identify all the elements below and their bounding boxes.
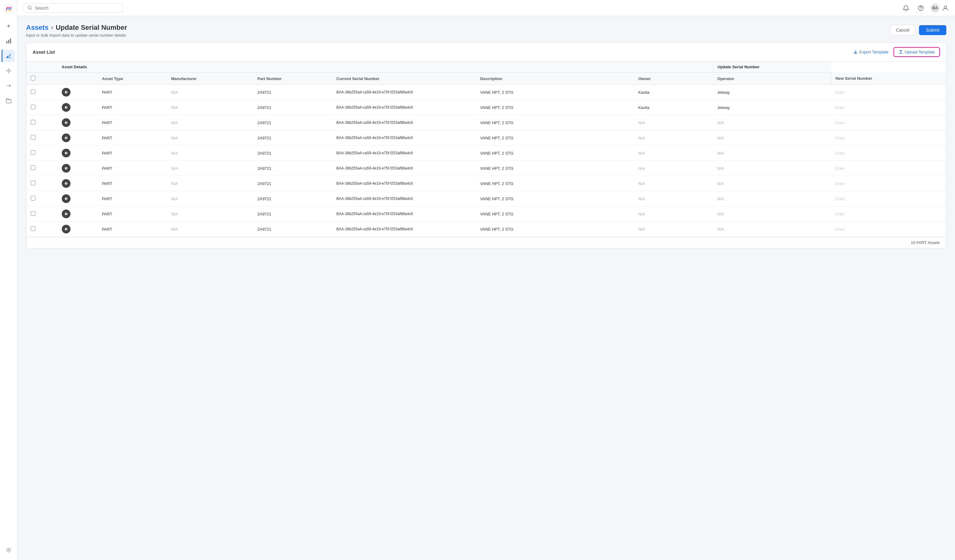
row-description: VANE HPT, 2 STG [476, 191, 634, 206]
breadcrumb-separator: › [51, 23, 53, 32]
row-current-serial: BAA-38b255a4-ca59-4e19-e75f-f253af88a4c6 [332, 130, 476, 145]
row-asset-type: PART [97, 130, 167, 145]
row-description: VANE HPT, 2 STG [476, 206, 634, 222]
row-operator: N/A [713, 161, 831, 176]
row-manufacturer: N/A [167, 85, 253, 100]
row-current-serial: BAA-38b255a4-ca59-4e19-e75f-f253af88a4c6 [332, 206, 476, 222]
th-select-all[interactable] [27, 73, 58, 85]
row-manufacturer: N/A [167, 100, 253, 115]
row-checkbox[interactable] [31, 135, 35, 140]
row-new-serial[interactable]: Enter [831, 85, 946, 100]
export-template-button[interactable]: Export Template [853, 50, 889, 54]
row-part-number: 2A9721 [253, 130, 332, 145]
search-input[interactable] [35, 6, 119, 11]
row-new-serial[interactable]: Enter [831, 115, 946, 130]
row-owner: N/A [634, 191, 713, 206]
row-checkbox[interactable] [31, 166, 35, 170]
table-wrapper: Asset Details Update Serial Number Asset… [27, 61, 946, 237]
th-manufacturer: Manufacturer [167, 73, 253, 85]
row-new-serial[interactable]: Enter [831, 145, 946, 161]
row-description: VANE HPT, 2 STG [476, 100, 634, 115]
row-checkbox[interactable] [31, 226, 35, 231]
sidebar-item-analytics[interactable] [3, 35, 15, 47]
row-operator: N/A [713, 222, 831, 237]
row-checkbox[interactable] [31, 211, 35, 216]
topbar-right: BA [901, 3, 949, 13]
download-icon [853, 50, 858, 54]
row-checkbox-cell[interactable] [27, 145, 58, 161]
sidebar-item-tools[interactable] [3, 64, 15, 77]
row-checkbox-cell[interactable] [27, 206, 58, 222]
app-logo[interactable] [4, 4, 14, 14]
avatar-initials: BA [931, 4, 939, 13]
help-icon[interactable] [916, 3, 926, 13]
row-type-icon-cell [58, 206, 98, 222]
row-checkbox-cell[interactable] [27, 191, 58, 206]
user-avatar-area[interactable]: BA [931, 4, 949, 13]
row-new-serial[interactable]: Enter [831, 206, 946, 222]
row-part-number: 2A9721 [253, 145, 332, 161]
row-checkbox[interactable] [31, 196, 35, 200]
row-owner: N/A [634, 206, 713, 222]
topbar: BA [17, 0, 955, 16]
table-col-headers: Asset Type Manufacturer Part Number Curr… [27, 73, 946, 85]
row-checkbox[interactable] [31, 89, 35, 94]
table-row: PART N/A 2A9721 BAA-38b255a4-ca59-4e19-e… [27, 191, 946, 206]
row-new-serial[interactable]: Enter [831, 222, 946, 237]
upload-template-button[interactable]: Upload Template [894, 47, 940, 57]
sidebar-item-settings[interactable] [3, 544, 15, 556]
asset-table: Asset Details Update Serial Number Asset… [27, 61, 946, 237]
page-title: Update Serial Number [56, 23, 127, 32]
row-part-number: 2A9721 [253, 161, 332, 176]
table-row: PART N/A 2A9721 BAA-38b255a4-ca59-4e19-e… [27, 176, 946, 191]
row-checkbox[interactable] [31, 105, 35, 109]
row-manufacturer: N/A [167, 176, 253, 191]
row-asset-type: PART [97, 115, 167, 130]
row-new-serial[interactable]: Enter [831, 176, 946, 191]
row-new-serial[interactable]: Enter [831, 161, 946, 176]
sidebar-item-add[interactable]: + [3, 20, 15, 32]
row-new-serial[interactable]: Enter [831, 100, 946, 115]
th-new-serial: New Serial Number [831, 73, 946, 85]
row-checkbox[interactable] [31, 181, 35, 185]
row-description: VANE HPT, 2 STG [476, 115, 634, 130]
page-subtitle: Input or bulk import data to update seri… [26, 33, 127, 38]
breadcrumb-assets-link[interactable]: Assets [26, 23, 49, 32]
svg-point-9 [921, 9, 921, 9]
row-checkbox-cell[interactable] [27, 115, 58, 130]
row-checkbox-cell[interactable] [27, 222, 58, 237]
submit-button[interactable]: Submit [919, 25, 946, 35]
notifications-icon[interactable] [901, 3, 911, 13]
sidebar-item-flights[interactable] [2, 50, 15, 62]
th-owner: Owner [634, 73, 713, 85]
row-part-number: 2A9721 [253, 85, 332, 100]
select-all-checkbox[interactable] [31, 76, 35, 80]
sidebar: + [0, 0, 17, 560]
upload-icon [899, 50, 903, 54]
row-new-serial[interactable]: Enter [831, 130, 946, 145]
part-type-icon [62, 194, 70, 203]
row-checkbox-cell[interactable] [27, 85, 58, 100]
table-row: PART N/A 2A9721 BAA-38b255a4-ca59-4e19-e… [27, 85, 946, 100]
row-current-serial: BAA-38b255a4-ca59-4e19-e75f-f253af88a4c6 [332, 85, 476, 100]
row-checkbox[interactable] [31, 120, 35, 125]
row-asset-type: PART [97, 176, 167, 191]
row-description: VANE HPT, 2 STG [476, 130, 634, 145]
row-checkbox[interactable] [31, 150, 35, 155]
part-type-icon [62, 210, 70, 218]
row-checkbox-cell[interactable] [27, 100, 58, 115]
sidebar-item-transit[interactable] [3, 80, 15, 92]
content-area: Assets › Update Serial Number Input or b… [17, 16, 955, 560]
row-checkbox-cell[interactable] [27, 130, 58, 145]
search-box[interactable] [23, 3, 123, 13]
row-new-serial[interactable]: Enter [831, 191, 946, 206]
asset-count-label: 15 PART Assets [911, 240, 940, 245]
th-operator: Operator [713, 73, 831, 85]
row-manufacturer: N/A [167, 206, 253, 222]
sidebar-item-folders[interactable] [3, 94, 15, 107]
cancel-button[interactable]: Cancel [890, 25, 916, 35]
row-checkbox-cell[interactable] [27, 161, 58, 176]
part-type-icon [62, 133, 70, 142]
row-checkbox-cell[interactable] [27, 176, 58, 191]
table-row: PART N/A 2A9721 BAA-38b255a4-ca59-4e19-e… [27, 206, 946, 222]
